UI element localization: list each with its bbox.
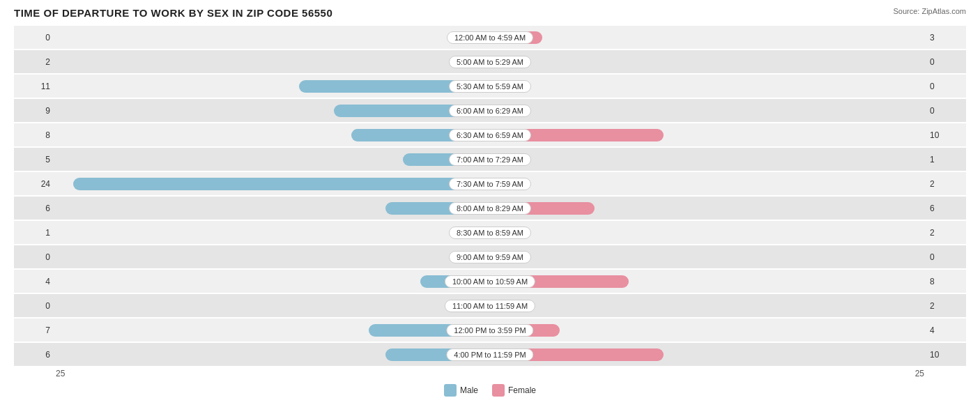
time-label: 12:00 AM to 4:59 AM <box>447 31 533 44</box>
bar-row: 011:00 AM to 11:59 AM2 <box>14 294 966 317</box>
bar-row: 96:00 AM to 6:29 AM0 <box>14 99 966 122</box>
male-value: 0 <box>14 301 56 311</box>
male-value: 24 <box>14 179 56 189</box>
female-value: 1 <box>924 155 966 164</box>
bars-center: 6:30 AM to 6:59 AM <box>56 123 924 146</box>
female-value: 10 <box>924 350 966 360</box>
bar-row: 25:00 AM to 5:29 AM0 <box>14 50 966 73</box>
female-value: 0 <box>924 106 966 116</box>
time-label: 6:00 AM to 6:29 AM <box>449 105 531 117</box>
bars-center: 6:00 AM to 6:29 AM <box>56 99 924 122</box>
female-value: 8 <box>924 277 966 286</box>
male-value: 0 <box>14 252 56 262</box>
time-label: 5:00 AM to 5:29 AM <box>449 56 531 68</box>
bars-center: 4:00 PM to 11:59 PM <box>56 343 924 366</box>
bar-row: 68:00 AM to 8:29 AM6 <box>14 197 966 220</box>
source-label: Source: ZipAtlas.com <box>893 7 966 15</box>
male-value: 1 <box>14 228 56 238</box>
bar-row: 64:00 PM to 11:59 PM10 <box>14 343 966 366</box>
bars-center: 12:00 AM to 4:59 AM <box>56 26 924 49</box>
time-label: 6:30 AM to 6:59 AM <box>449 129 531 141</box>
time-label: 10:00 AM to 10:59 AM <box>445 275 535 288</box>
chart-title: TIME OF DEPARTURE TO WORK BY SEX IN ZIP … <box>14 7 332 19</box>
male-value: 4 <box>14 277 56 286</box>
time-label: 4:00 PM to 11:59 PM <box>446 348 533 361</box>
time-label: 7:30 AM to 7:59 AM <box>449 178 531 190</box>
time-label: 5:30 AM to 5:59 AM <box>449 80 531 93</box>
bar-row: 712:00 PM to 3:59 PM4 <box>14 319 966 342</box>
bars-center: 7:30 AM to 7:59 AM <box>56 172 924 195</box>
bars-center: 5:30 AM to 5:59 AM <box>56 75 924 98</box>
male-label: Male <box>460 385 478 395</box>
bars-center: 10:00 AM to 10:59 AM <box>56 270 924 293</box>
time-label: 8:00 AM to 8:29 AM <box>449 202 531 215</box>
female-value: 2 <box>924 179 966 189</box>
female-value: 0 <box>924 57 966 67</box>
bar-row: 115:30 AM to 5:59 AM0 <box>14 75 966 98</box>
bar-row: 09:00 AM to 9:59 AM0 <box>14 245 966 268</box>
male-value: 6 <box>14 350 56 360</box>
chart-area: 012:00 AM to 4:59 AM325:00 AM to 5:29 AM… <box>14 26 966 366</box>
male-value: 7 <box>14 325 56 335</box>
male-value: 11 <box>14 82 56 91</box>
bars-center: 8:30 AM to 8:59 AM <box>56 221 924 244</box>
female-value: 0 <box>924 252 966 262</box>
time-label: 11:00 AM to 11:59 AM <box>445 300 535 312</box>
bar-row: 57:00 AM to 7:29 AM1 <box>14 148 966 171</box>
time-label: 8:30 AM to 8:59 AM <box>449 227 531 239</box>
male-value: 2 <box>14 57 56 67</box>
male-value: 6 <box>14 204 56 213</box>
bar-row: 18:30 AM to 8:59 AM2 <box>14 221 966 244</box>
bars-center: 7:00 AM to 7:29 AM <box>56 148 924 171</box>
male-bar <box>73 178 490 190</box>
female-value: 6 <box>924 204 966 213</box>
bars-center: 5:00 AM to 5:29 AM <box>56 50 924 73</box>
female-value: 3 <box>924 33 966 43</box>
bars-center: 11:00 AM to 11:59 AM <box>56 294 924 317</box>
legend: Male Female <box>14 384 966 397</box>
male-value: 0 <box>14 33 56 43</box>
legend-male: Male <box>444 384 478 397</box>
bar-row: 247:30 AM to 7:59 AM2 <box>14 172 966 195</box>
bar-row: 012:00 AM to 4:59 AM3 <box>14 26 966 49</box>
female-value: 0 <box>924 82 966 91</box>
axis-row: 25 25 <box>14 367 966 380</box>
time-label: 9:00 AM to 9:59 AM <box>449 251 531 263</box>
female-swatch <box>492 384 505 397</box>
axis-left: 25 <box>56 369 65 378</box>
bars-center: 8:00 AM to 8:29 AM <box>56 197 924 220</box>
legend-female: Female <box>492 384 536 397</box>
female-value: 2 <box>924 228 966 238</box>
bar-row: 410:00 AM to 10:59 AM8 <box>14 270 966 293</box>
male-value: 8 <box>14 130 56 140</box>
time-label: 12:00 PM to 3:59 PM <box>446 324 533 337</box>
bars-center: 9:00 AM to 9:59 AM <box>56 245 924 268</box>
male-value: 9 <box>14 106 56 116</box>
female-value: 4 <box>924 325 966 335</box>
axis-right: 25 <box>915 369 924 378</box>
female-value: 10 <box>924 130 966 140</box>
bars-center: 12:00 PM to 3:59 PM <box>56 319 924 342</box>
male-swatch <box>444 384 457 397</box>
time-label: 7:00 AM to 7:29 AM <box>449 153 531 166</box>
female-label: Female <box>508 385 536 395</box>
bar-row: 86:30 AM to 6:59 AM10 <box>14 123 966 146</box>
male-value: 5 <box>14 155 56 164</box>
female-value: 2 <box>924 301 966 311</box>
